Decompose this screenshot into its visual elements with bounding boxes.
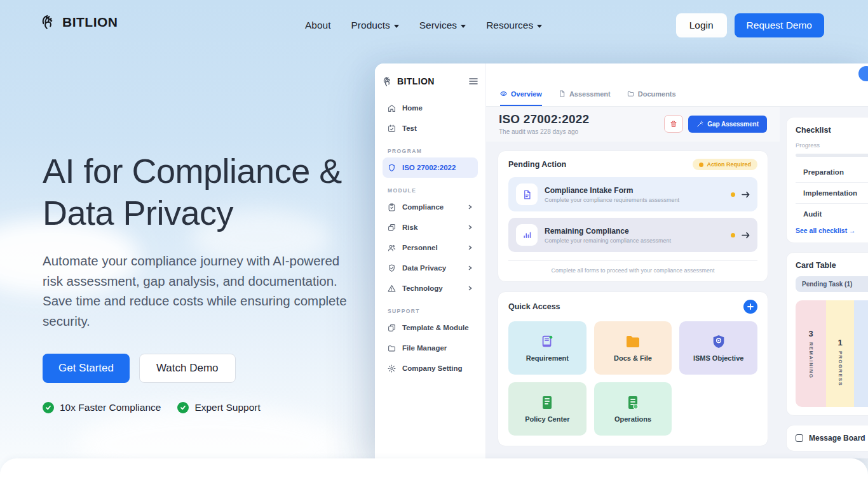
pending-item-intake-form[interactable]: Compliance Intake Form Complete your com…: [508, 177, 757, 211]
sidebar-item-technology[interactable]: Technology: [383, 278, 478, 298]
policy-book-icon: [541, 396, 553, 410]
brand-name: BITLION: [62, 15, 118, 30]
nav-link-resources[interactable]: Resources: [486, 20, 542, 31]
arrow-right-icon: [742, 232, 750, 239]
sidebar-item-home[interactable]: Home: [383, 98, 478, 118]
top-navbar: BITLION About Products Services Resource…: [0, 0, 868, 51]
sidebar-item-risk[interactable]: Risk: [383, 217, 478, 237]
quick-access-operations[interactable]: Operations: [594, 382, 672, 436]
dashboard-right-panel: Checklist Progress Preparation Implement…: [780, 107, 868, 458]
checklist-item-audit[interactable]: Audit: [796, 203, 868, 224]
dashboard-tabs: Overview Assessment Documents: [486, 83, 868, 107]
delete-button[interactable]: [664, 115, 683, 133]
card-table-title: Card Table: [796, 261, 868, 270]
program-header: ISO 27002:2022 The audit was 228 days ag…: [486, 107, 780, 142]
plus-icon: [747, 304, 754, 310]
sidebar-item-company-setting[interactable]: Company Setting: [383, 358, 478, 378]
sidebar-item-file-manager[interactable]: File Manager: [383, 338, 478, 358]
folder-icon: [627, 90, 634, 97]
hero-title: AI for Compliance &Data Privacy: [43, 150, 386, 234]
hero-description: Automate your compliance journey with AI…: [43, 251, 349, 331]
feature-label: 10x Faster Compliance: [60, 402, 161, 413]
nav-link-about[interactable]: About: [305, 20, 331, 31]
lion-logo-icon: [383, 76, 393, 87]
product-dashboard-screenshot: BITLION Home Test PROGRAM ISO 27002:2022…: [375, 63, 868, 458]
pending-task-tab[interactable]: Pending Task (1): [796, 276, 868, 292]
folder-filled-icon: [625, 335, 641, 349]
progress-bar: [796, 154, 868, 157]
tab-assessment[interactable]: Assessment: [559, 83, 611, 106]
checklist-item-implementation[interactable]: Implementation: [796, 182, 868, 203]
add-quick-access-button[interactable]: [743, 300, 757, 314]
sidebar-item-iso-27002[interactable]: ISO 27002:2022: [383, 157, 478, 178]
folder-icon: [388, 344, 396, 352]
pending-action-title: Pending Action: [508, 160, 566, 169]
program-subtitle: The audit was 228 days ago: [499, 128, 589, 135]
sidebar-item-personnel[interactable]: Personnel: [383, 237, 478, 258]
sidebar-section-module: MODULE: [388, 187, 478, 194]
pages-icon: [388, 324, 396, 332]
quick-access-requirement[interactable]: Requirement: [508, 321, 587, 375]
check-icon: [177, 402, 189, 413]
quick-access-docs-file[interactable]: Docs & File: [594, 321, 672, 375]
dashboard-content-column: ISO 27002:2022 The audit was 228 days ag…: [486, 107, 780, 458]
status-dot-icon: [731, 192, 735, 197]
eye-icon: [500, 90, 507, 97]
checklist-item-preparation[interactable]: Preparation: [796, 162, 868, 182]
operations-clipboard-icon: [627, 396, 639, 410]
brand-logo[interactable]: BITLION: [41, 14, 118, 30]
hero-section: AI for Compliance &Data Privacy Automate…: [43, 150, 386, 413]
shield-filled-icon: [712, 335, 725, 349]
arrow-right-icon: [742, 191, 750, 198]
chevron-down-icon: [537, 25, 542, 28]
gap-assessment-button[interactable]: Gap Assessment: [688, 116, 767, 133]
calendar-check-icon: [388, 124, 396, 133]
gear-icon: [388, 364, 396, 373]
hamburger-menu-icon[interactable]: [469, 77, 478, 85]
nav-link-services[interactable]: Services: [419, 20, 466, 31]
column-progress[interactable]: 1 PROGRESS: [826, 300, 854, 407]
tab-overview[interactable]: Overview: [500, 83, 542, 106]
see-all-checklist-link[interactable]: See all checklist →: [796, 227, 868, 234]
sidebar-item-template-module[interactable]: Template & Module: [383, 317, 478, 338]
sidebar-item-test[interactable]: Test: [383, 118, 478, 138]
file-icon: [559, 90, 566, 97]
pending-action-footer-note: Complete all forms to proceed with your …: [508, 260, 757, 281]
feature-label: Expert Support: [194, 402, 260, 413]
magic-wand-icon: [696, 121, 703, 128]
card-table-card: Card Table Pending Task (1) 3 REMAINING …: [786, 252, 868, 416]
dashboard-sidebar: BITLION Home Test PROGRAM ISO 27002:2022…: [375, 63, 486, 458]
checklist-progress-label: Progress: [796, 142, 868, 149]
sidebar-item-data-privacy[interactable]: Data Privacy: [383, 258, 478, 278]
chevron-right-icon: [468, 265, 473, 270]
get-started-button[interactable]: Get Started: [43, 354, 130, 383]
sidebar-item-compliance[interactable]: Compliance: [383, 197, 478, 217]
column-next[interactable]: [854, 300, 868, 407]
login-button[interactable]: Login: [676, 13, 727, 37]
quick-access-isms-objective[interactable]: ISMS Objective: [679, 321, 757, 375]
request-demo-button[interactable]: Request Demo: [735, 13, 824, 37]
checklist-card: Checklist Progress Preparation Implement…: [786, 117, 868, 243]
message-board-card[interactable]: Message Board: [786, 425, 868, 451]
checkbox-icon: [796, 434, 803, 442]
watch-demo-button[interactable]: Watch Demo: [139, 354, 236, 383]
next-section-edge: [0, 458, 868, 487]
dashboard-topbar: [486, 63, 868, 83]
chevron-down-icon: [394, 25, 399, 28]
user-avatar[interactable]: [858, 66, 868, 81]
chevron-right-icon: [468, 204, 473, 210]
task-columns: 3 REMAINING 1 PROGRESS: [796, 300, 868, 407]
dashboard-scroll-content[interactable]: Pending Action Action Required Co: [486, 142, 780, 458]
pending-item-remaining-compliance[interactable]: Remaining Compliance Complete your remai…: [508, 218, 757, 252]
layers-icon: [388, 223, 396, 232]
column-remaining[interactable]: 3 REMAINING: [796, 300, 826, 407]
nav-link-products[interactable]: Products: [351, 20, 399, 31]
quick-access-policy-center[interactable]: Policy Center: [508, 382, 587, 436]
warning-dot-icon: [699, 163, 703, 167]
requirement-book-icon: [540, 335, 554, 349]
chevron-right-icon: [468, 286, 473, 291]
people-icon: [388, 244, 396, 252]
bar-chart-icon: [516, 224, 538, 246]
dashboard-brand-logo[interactable]: BITLION: [383, 76, 435, 87]
tab-documents[interactable]: Documents: [627, 83, 676, 106]
